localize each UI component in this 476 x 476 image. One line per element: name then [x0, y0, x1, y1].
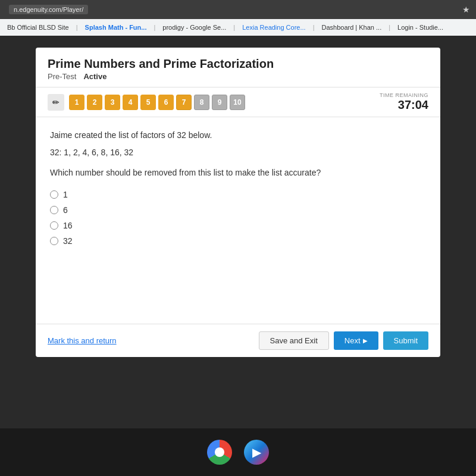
- quiz-header: Prime Numbers and Prime Factorization Pr…: [36, 48, 440, 87]
- timer-section: TIME REMAINING 37:04: [380, 92, 428, 112]
- choice-4[interactable]: 32: [50, 236, 426, 246]
- choice-4-label: 32: [63, 236, 73, 246]
- radio-2[interactable]: [50, 206, 58, 214]
- radio-3[interactable]: [50, 221, 58, 230]
- timer-value: 37:04: [380, 98, 428, 112]
- next-button[interactable]: Next: [334, 331, 378, 350]
- browser-bar: n.edgenuity.com/Player/ ★: [0, 0, 476, 19]
- quiz-card: Prime Numbers and Prime Factorization Pr…: [36, 48, 440, 357]
- pre-test-label: Pre-Test: [48, 72, 76, 81]
- choice-1[interactable]: 1: [50, 190, 426, 199]
- bookmark-prodigy[interactable]: prodigy - Google Se...: [159, 23, 230, 32]
- chrome-icon[interactable]: [207, 440, 232, 465]
- question-nav: ✏ 1 2 3 4 5 6 7 8 9 10 TIME REMAINING 37…: [36, 87, 440, 117]
- radio-4[interactable]: [50, 237, 58, 245]
- star-icon[interactable]: ★: [462, 5, 470, 14]
- taskbar: ▶: [0, 428, 476, 476]
- question-text: Jaime created the list of factors of 32 …: [50, 129, 426, 142]
- save-exit-button[interactable]: Save and Exit: [259, 331, 329, 350]
- answer-choices: 1 6 16 32: [50, 190, 426, 246]
- bookmarks-bar: Bb Official BLSD Site | Splash Math - Fu…: [0, 19, 476, 36]
- question-nav-btn-3[interactable]: 3: [105, 95, 120, 110]
- play-triangle: ▶: [252, 445, 261, 459]
- question-nav-btn-1[interactable]: 1: [69, 95, 84, 110]
- bookmark-login[interactable]: Login - Studie...: [394, 23, 447, 32]
- bookmark-splash[interactable]: Splash Math - Fun...: [82, 23, 151, 32]
- choice-2[interactable]: 6: [50, 205, 426, 215]
- quiz-subtitle: Pre-Test Active: [48, 72, 428, 81]
- mark-return-link[interactable]: Mark this and return: [48, 336, 117, 345]
- quiz-title: Prime Numbers and Prime Factorization: [48, 57, 428, 71]
- bookmark-lexia[interactable]: Lexia Reading Core...: [239, 23, 309, 32]
- question-nav-btn-8: 8: [194, 95, 209, 110]
- question-nav-btn-6[interactable]: 6: [158, 95, 174, 110]
- bookmark-bb[interactable]: Bb Official BLSD Site: [4, 23, 73, 32]
- quiz-footer: Mark this and return Save and Exit Next …: [36, 324, 440, 357]
- question-nav-btn-2[interactable]: 2: [87, 95, 102, 110]
- submit-button[interactable]: Submit: [383, 331, 428, 350]
- question-body: Jaime created the list of factors of 32 …: [36, 117, 440, 324]
- question-nav-btn-9: 9: [212, 95, 227, 110]
- timer-label: TIME REMAINING: [380, 92, 428, 98]
- play-store-icon[interactable]: ▶: [244, 440, 269, 465]
- footer-buttons: Save and Exit Next Submit: [259, 331, 428, 350]
- address-bar[interactable]: n.edgenuity.com/Player/: [9, 5, 88, 14]
- radio-1[interactable]: [50, 190, 58, 199]
- active-label: Active: [83, 72, 107, 81]
- chrome-icon-center: [215, 447, 224, 457]
- screen-background: Prime Numbers and Prime Factorization Pr…: [0, 36, 476, 428]
- choice-3-label: 16: [63, 221, 73, 230]
- question-nav-btn-4[interactable]: 4: [123, 95, 138, 110]
- question-data: 32: 1, 2, 4, 6, 8, 16, 32: [50, 148, 426, 157]
- bookmark-khan[interactable]: Dashboard | Khan ...: [318, 23, 385, 32]
- choice-3[interactable]: 16: [50, 221, 426, 230]
- question-nav-btn-10: 10: [230, 95, 245, 110]
- choice-1-label: 1: [63, 190, 68, 199]
- question-prompt: Which number should be removed from this…: [50, 167, 426, 179]
- question-nav-btn-5[interactable]: 5: [140, 95, 156, 110]
- choice-2-label: 6: [63, 205, 68, 215]
- question-nav-btn-7[interactable]: 7: [176, 95, 192, 110]
- pencil-tool-button[interactable]: ✏: [48, 94, 64, 111]
